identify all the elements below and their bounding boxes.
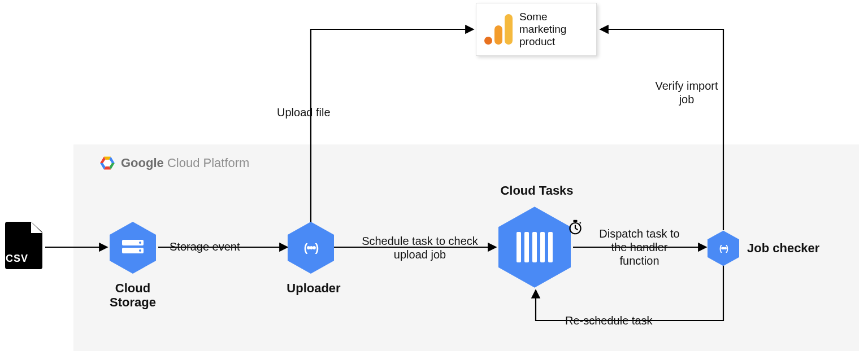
gcp-brand: Google	[121, 156, 164, 170]
analytics-icon	[484, 14, 513, 45]
marketing-product-card: Some marketing product	[476, 3, 597, 56]
edge-verify-import: Verify import job	[647, 79, 726, 106]
edge-dispatch-task: Dispatch task to the handler function	[590, 227, 689, 267]
gcp-logo-icon	[99, 156, 115, 170]
uploader-label: Uploader	[285, 281, 342, 295]
uploader-icon: (•••)	[288, 222, 334, 274]
diagram-canvas: Google Cloud Platform CSV Cloud Storage	[0, 0, 868, 351]
svg-line-18	[580, 222, 581, 223]
cloud-storage-icon	[110, 222, 156, 274]
edge-schedule-task: Schedule task to check upload job	[355, 234, 485, 261]
stopwatch-icon	[567, 219, 583, 235]
edge-upload-file: Upload file	[277, 106, 331, 119]
edge-reschedule-task: Re-schedule task	[565, 314, 653, 327]
job-checker-icon: (•••)	[708, 230, 739, 266]
gcp-title: Google Cloud Platform	[99, 156, 249, 170]
cloud-storage-label: Cloud Storage	[99, 281, 167, 310]
svg-line-20	[575, 229, 578, 230]
svg-rect-16	[574, 220, 578, 222]
marketing-product-label: Some marketing product	[519, 11, 588, 48]
edge-storage-event: Storage event	[170, 240, 240, 253]
job-checker-label: Job checker	[747, 241, 819, 255]
gcp-name: Cloud Platform	[167, 156, 250, 170]
cloud-tasks-icon	[498, 207, 571, 288]
csv-file-label: CSV	[6, 253, 28, 265]
cloud-tasks-label: Cloud Tasks	[494, 183, 579, 198]
